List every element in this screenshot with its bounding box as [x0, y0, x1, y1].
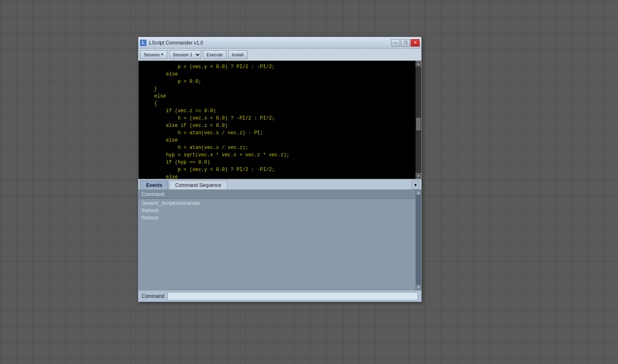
tab-command-sequence[interactable]: Command Sequence [169, 180, 227, 189]
command-label: Command [142, 293, 164, 299]
events-scrollbar[interactable]: ▲ ▼ [416, 190, 421, 290]
tab-events[interactable]: Events [140, 180, 168, 189]
code-content: p = (vec.y < 0.0) ? PI/2 : -PI/2; else p… [138, 61, 421, 179]
events-list[interactable]: Generic_lscriptcommander Refresh Refresh [138, 199, 421, 290]
scroll-up-arrow[interactable]: ▲ [416, 61, 421, 67]
list-item[interactable]: Generic_lscriptcommander [138, 200, 421, 207]
events-column-header: Command [142, 191, 164, 197]
main-content: p = (vec.y < 0.0) ? PI/2 : -PI/2; else p… [138, 61, 421, 302]
events-scroll-up[interactable]: ▲ [416, 190, 421, 195]
app-icon: L [140, 40, 147, 46]
list-item[interactable]: Refresh [138, 214, 421, 222]
code-scrollbar[interactable]: ▲ ▼ [416, 61, 421, 179]
session-menu-button[interactable]: Session ▼ [140, 50, 167, 59]
scroll-down-arrow[interactable]: ▼ [416, 173, 421, 179]
execute-button[interactable]: Execute [203, 50, 227, 59]
command-input[interactable] [167, 292, 418, 300]
minimize-button[interactable]: — [391, 39, 400, 47]
title-bar: L LScript Commander v1.0 — ❒ ✕ [138, 37, 421, 49]
scrollbar-thumb[interactable] [416, 118, 420, 130]
window-title: LScript Commander v1.0 [149, 40, 391, 46]
events-header: Command [138, 190, 421, 199]
restore-button[interactable]: ❒ [401, 39, 410, 47]
tabs-row: Events Command Sequence ▼ [138, 179, 421, 190]
events-scroll-track [416, 195, 421, 284]
toolbar: Session ▼ Session 1 Execute Install [138, 49, 421, 61]
bottom-bar: Command [138, 290, 421, 302]
list-item[interactable]: Refresh [138, 207, 421, 214]
events-panel: Command Generic_lscriptcommander Refresh… [138, 190, 421, 290]
tab-dropdown-button[interactable]: ▼ [411, 180, 420, 189]
window-controls: — ❒ ✕ [391, 39, 420, 47]
events-scroll-down[interactable]: ▼ [416, 284, 421, 290]
code-editor[interactable]: p = (vec.y < 0.0) ? PI/2 : -PI/2; else p… [138, 61, 421, 179]
main-window: L LScript Commander v1.0 — ❒ ✕ Session ▼… [138, 37, 422, 302]
install-button[interactable]: Install [228, 50, 247, 59]
session-selector[interactable]: Session 1 [169, 50, 201, 59]
chevron-down-icon: ▼ [160, 53, 164, 56]
close-button[interactable]: ✕ [411, 39, 420, 47]
